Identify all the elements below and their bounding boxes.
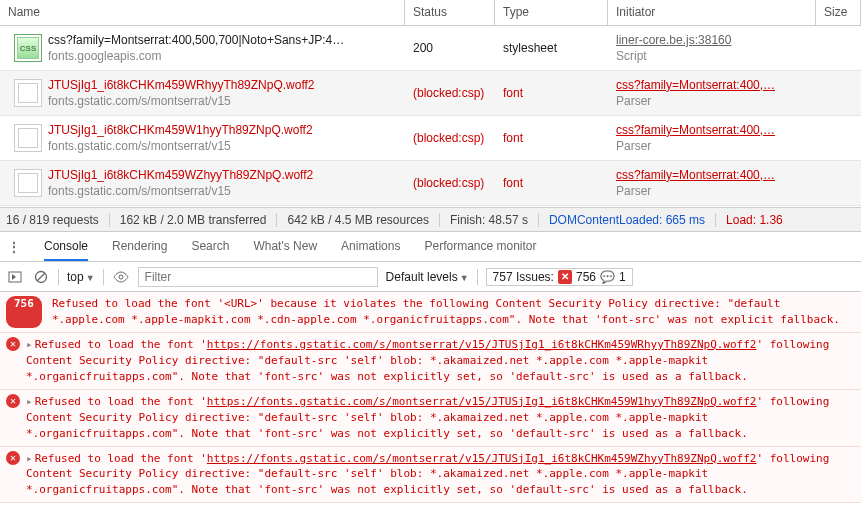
initiator-type: Parser [616, 93, 808, 109]
error-icon: ✕ [6, 451, 20, 465]
issues-label: 757 Issues: [493, 270, 554, 284]
request-type: font [495, 174, 608, 192]
css-file-icon [14, 34, 42, 62]
status-load: Load: 1.36 [726, 213, 783, 227]
col-type[interactable]: Type [495, 0, 608, 25]
console-message-group[interactable]: 756 Refused to load the font '<URL>' bec… [0, 292, 861, 333]
tab-performance-monitor[interactable]: Performance monitor [424, 233, 536, 260]
font-file-icon [14, 124, 42, 152]
console-error-message[interactable]: ✕▸Refused to load the font 'https://font… [0, 447, 861, 504]
request-status: (blocked:csp) [405, 84, 495, 102]
console-error-message[interactable]: ✕▸Refused to load the font 'https://font… [0, 390, 861, 447]
svg-point-3 [119, 275, 123, 279]
filter-input[interactable] [138, 267, 378, 287]
clear-console-icon[interactable] [32, 268, 50, 286]
info-icon: 💬 [600, 270, 615, 284]
initiator-link[interactable]: css?family=Montserrat:400,… [616, 122, 808, 138]
network-row[interactable]: css?family=Montserrat:400,500,700|Noto+S… [0, 26, 861, 71]
col-status[interactable]: Status [405, 0, 495, 25]
col-name[interactable]: Name [0, 0, 405, 25]
tab-rendering[interactable]: Rendering [112, 233, 167, 260]
request-host: fonts.googleapis.com [48, 48, 397, 64]
initiator-link[interactable]: css?family=Montserrat:400,… [616, 167, 808, 183]
font-file-icon [14, 169, 42, 197]
initiator-link[interactable]: css?family=Montserrat:400,… [616, 77, 808, 93]
eye-icon[interactable] [112, 268, 130, 286]
error-icon: ✕ [6, 337, 20, 351]
message-count-badge: 756 [6, 296, 42, 328]
network-row[interactable]: JTUSjIg1_i6t8kCHKm459W1hyyTh89ZNpQ.woff2… [0, 116, 861, 161]
status-transferred: 162 kB / 2.0 MB transferred [120, 213, 267, 227]
request-host: fonts.gstatic.com/s/montserrat/v15 [48, 183, 397, 199]
request-name: css?family=Montserrat:400,500,700|Noto+S… [48, 32, 397, 48]
initiator-type: Script [616, 48, 808, 64]
initiator-type: Parser [616, 183, 808, 199]
request-status: (blocked:csp) [405, 129, 495, 147]
network-panel: Name Status Type Initiator Size css?fami… [0, 0, 861, 208]
col-size[interactable]: Size [816, 0, 861, 25]
request-status: 200 [405, 39, 495, 57]
request-type: stylesheet [495, 39, 608, 57]
network-row[interactable]: JTUSjIg1_i6t8kCHKm459WZhyyTh89ZNpQ.woff2… [0, 161, 861, 206]
col-initiator[interactable]: Initiator [608, 0, 816, 25]
svg-line-2 [37, 273, 45, 281]
error-icon: ✕ [6, 394, 20, 408]
console-log: 756 Refused to load the font '<URL>' bec… [0, 292, 861, 503]
toggle-sidebar-icon[interactable] [6, 268, 24, 286]
network-status-bar: 16 / 819 requests 162 kB / 2.0 MB transf… [0, 208, 861, 232]
console-error-message[interactable]: ✕▸Refused to load the font 'https://font… [0, 333, 861, 390]
tab-console[interactable]: Console [44, 233, 88, 261]
more-icon[interactable]: ⋮ [8, 240, 20, 254]
request-name: JTUSjIg1_i6t8kCHKm459WZhyyTh89ZNpQ.woff2 [48, 167, 397, 183]
console-message-text: ▸Refused to load the font 'https://fonts… [26, 337, 855, 385]
info-count: 1 [619, 270, 626, 284]
context-selector[interactable]: top▼ [67, 270, 95, 284]
error-count: 756 [576, 270, 596, 284]
console-message-text: ▸Refused to load the font 'https://fonts… [26, 451, 855, 499]
tab-animations[interactable]: Animations [341, 233, 400, 260]
error-icon: ✕ [558, 270, 572, 284]
status-dcl: DOMContentLoaded: 665 ms [549, 213, 705, 227]
status-resources: 642 kB / 4.5 MB resources [287, 213, 428, 227]
request-host: fonts.gstatic.com/s/montserrat/v15 [48, 138, 397, 154]
font-file-icon [14, 79, 42, 107]
request-host: fonts.gstatic.com/s/montserrat/v15 [48, 93, 397, 109]
request-type: font [495, 129, 608, 147]
status-requests: 16 / 819 requests [6, 213, 99, 227]
console-toolbar: top▼ Default levels▼ 757 Issues: ✕756 💬1 [0, 262, 861, 292]
network-header-row: Name Status Type Initiator Size [0, 0, 861, 26]
issues-badge[interactable]: 757 Issues: ✕756 💬1 [486, 268, 633, 286]
tab-what-s-new[interactable]: What's New [253, 233, 317, 260]
request-name: JTUSjIg1_i6t8kCHKm459WRhyyTh89ZNpQ.woff2 [48, 77, 397, 93]
drawer-tabs: ⋮ ConsoleRenderingSearchWhat's NewAnimat… [0, 232, 861, 262]
console-summary-text: Refused to load the font '<URL>' because… [52, 296, 855, 328]
log-level-selector[interactable]: Default levels▼ [386, 270, 469, 284]
initiator-link[interactable]: liner-core.be.js:38160 [616, 32, 808, 48]
network-row[interactable]: JTUSjIg1_i6t8kCHKm459WRhyyTh89ZNpQ.woff2… [0, 71, 861, 116]
request-type: font [495, 84, 608, 102]
tab-search[interactable]: Search [191, 233, 229, 260]
console-message-text: ▸Refused to load the font 'https://fonts… [26, 394, 855, 442]
request-status: (blocked:csp) [405, 174, 495, 192]
status-finish: Finish: 48.57 s [450, 213, 528, 227]
initiator-type: Parser [616, 138, 808, 154]
request-name: JTUSjIg1_i6t8kCHKm459W1hyyTh89ZNpQ.woff2 [48, 122, 397, 138]
